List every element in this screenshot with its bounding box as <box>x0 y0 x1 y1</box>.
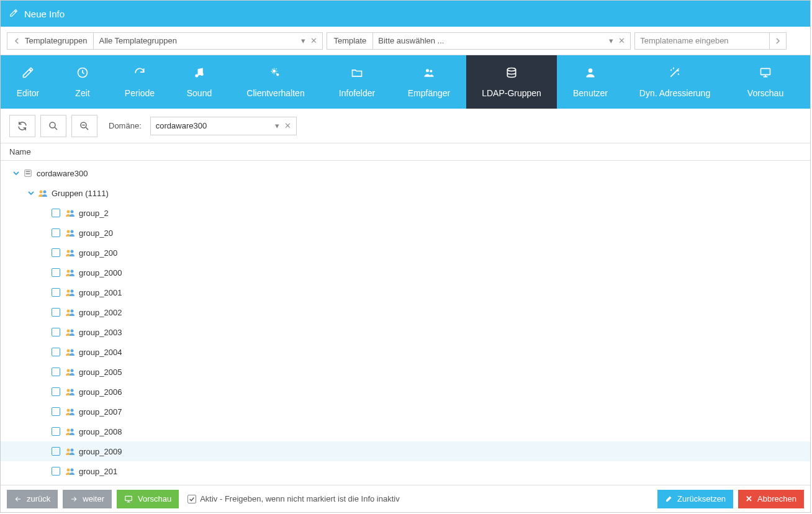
tree-row-item[interactable]: group_2003 <box>1 322 810 342</box>
chevron-right-icon <box>775 38 781 44</box>
column-name: Name <box>9 147 31 156</box>
tree-item-label: group_2002 <box>79 308 122 317</box>
tree-item-checkbox[interactable] <box>52 467 60 476</box>
footer: zurück weiter Vorschau Aktiv - Freigeben… <box>1 485 810 512</box>
next-label: weiter <box>83 494 104 503</box>
tab-empfaenger[interactable]: Empfänger <box>392 55 466 109</box>
tree-item-checkbox[interactable] <box>52 407 60 416</box>
tree-item-checkbox[interactable] <box>52 268 60 277</box>
domain-combo[interactable]: cordaware300 ▾ ✕ <box>150 117 297 135</box>
tree-row-item[interactable]: group_20 <box>1 223 810 243</box>
tree-row-item[interactable]: group_2005 <box>1 362 810 382</box>
tab-periode[interactable]: Periode <box>110 55 169 109</box>
template-value: Bitte auswählen ... <box>378 36 604 45</box>
svg-point-36 <box>71 389 74 392</box>
svg-point-17 <box>67 210 70 214</box>
search-icon <box>48 120 59 132</box>
active-checkbox[interactable]: Aktiv - Freigeben, wenn nicht markiert i… <box>187 494 400 503</box>
tree-item-checkbox[interactable] <box>52 348 60 356</box>
zoom-in-button[interactable] <box>40 115 66 137</box>
tab-editor[interactable]: Editor <box>1 55 55 109</box>
tree-groups-label: Gruppen (1111) <box>52 189 109 198</box>
tree-row-item[interactable]: group_2000 <box>1 263 810 282</box>
next-button[interactable]: weiter <box>63 490 112 508</box>
folder-icon <box>351 66 363 82</box>
tree-row-item[interactable]: group_200 <box>1 243 810 263</box>
tree-item-checkbox[interactable] <box>52 228 60 237</box>
templatename-input[interactable] <box>634 32 770 50</box>
tab-zeit[interactable]: Zeit <box>55 55 110 109</box>
tab-label: LDAP-Gruppen <box>482 88 541 98</box>
tree-expander[interactable] <box>27 189 35 197</box>
preview-button[interactable]: Vorschau <box>117 490 179 508</box>
tree-item-checkbox[interactable] <box>52 367 60 376</box>
back-button[interactable]: zurück <box>7 490 58 508</box>
tree-item-checkbox[interactable] <box>52 248 60 257</box>
tab-dyn-adressierung[interactable]: Dyn. Adressierung <box>624 55 726 109</box>
templategroups-value: Alle Templategruppen <box>99 36 296 45</box>
refresh-button[interactable] <box>9 115 35 137</box>
svg-point-8 <box>589 68 593 73</box>
tree-row-item[interactable]: group_2004 <box>1 342 810 362</box>
tree-row-item[interactable]: group_2002 <box>1 302 810 322</box>
filter-next-button[interactable] <box>769 32 787 50</box>
cancel-button[interactable]: ✕ Abbrechen <box>738 490 804 508</box>
svg-point-6 <box>430 70 432 72</box>
tree-row-groups[interactable]: Gruppen (1111) <box>1 183 810 203</box>
tree-row-item[interactable]: group_2006 <box>1 382 810 402</box>
tree-item-checkbox[interactable] <box>52 209 60 217</box>
tree-root-label: cordaware300 <box>37 169 88 178</box>
tree-item-checkbox[interactable] <box>52 328 60 336</box>
tree-row-item[interactable]: group_2001 <box>1 282 810 302</box>
tree-item-label: group_2007 <box>79 407 122 417</box>
reset-button[interactable]: Zurücksetzen <box>657 490 733 508</box>
group-icon <box>65 287 75 297</box>
template-combo[interactable]: Bitte auswählen ... ▾ ✕ <box>372 32 631 50</box>
svg-rect-45 <box>125 496 132 500</box>
users-icon <box>423 66 435 82</box>
tree-row-item[interactable]: group_2007 <box>1 402 810 422</box>
server-icon <box>23 168 33 178</box>
group-icon <box>65 426 75 436</box>
templategroups-combo[interactable]: Alle Templategruppen ▾ ✕ <box>93 32 323 50</box>
clear-template-icon[interactable]: ✕ <box>618 36 625 45</box>
column-header[interactable]: Name <box>1 143 810 161</box>
svg-point-38 <box>71 409 74 412</box>
tree-row-item[interactable]: group_201 <box>1 461 810 481</box>
svg-point-32 <box>71 349 74 353</box>
group-icon <box>65 228 75 238</box>
svg-point-30 <box>71 330 74 333</box>
clear-domain-icon[interactable]: ✕ <box>284 121 291 130</box>
tab-benutzer[interactable]: Benutzer <box>557 55 624 109</box>
svg-point-16 <box>43 191 47 194</box>
zoom-out-button[interactable] <box>71 115 97 137</box>
edit-icon <box>22 66 34 82</box>
tab-ldap-gruppen[interactable]: LDAP-Gruppen <box>466 55 557 109</box>
svg-point-5 <box>426 69 429 72</box>
tab-label: Editor <box>17 88 40 98</box>
tab-sound[interactable]: Sound <box>169 55 229 109</box>
tree-item-checkbox[interactable] <box>52 288 60 297</box>
tree-item-checkbox[interactable] <box>52 427 60 436</box>
group-icon <box>65 407 75 417</box>
tab-vorschau[interactable]: Vorschau <box>726 55 805 109</box>
tree-row-item[interactable]: group_2 <box>1 203 810 223</box>
tree-row-item[interactable]: group_2008 <box>1 422 810 441</box>
svg-point-29 <box>67 330 70 333</box>
templategroups-label-box[interactable]: Templategruppen <box>7 32 94 50</box>
clear-templategroups-icon[interactable]: ✕ <box>310 36 317 45</box>
tree-row-root[interactable]: cordaware300 <box>1 163 810 183</box>
tree-expander[interactable] <box>12 169 20 178</box>
tab-infofelder[interactable]: Infofelder <box>322 55 392 109</box>
refresh-icon <box>17 120 28 132</box>
svg-point-39 <box>67 429 70 432</box>
tree-item-checkbox[interactable] <box>52 387 60 396</box>
svg-point-44 <box>71 469 74 472</box>
tab-clientverhalten[interactable]: Clientverhalten <box>229 55 322 109</box>
group-icon <box>65 347 75 357</box>
svg-point-10 <box>50 122 55 128</box>
tree-item-checkbox[interactable] <box>52 447 60 456</box>
tree-row-item[interactable]: group_2009 <box>1 441 810 461</box>
tree[interactable]: cordaware300Gruppen (1111)group_2group_2… <box>1 161 810 485</box>
tree-item-checkbox[interactable] <box>52 308 60 317</box>
